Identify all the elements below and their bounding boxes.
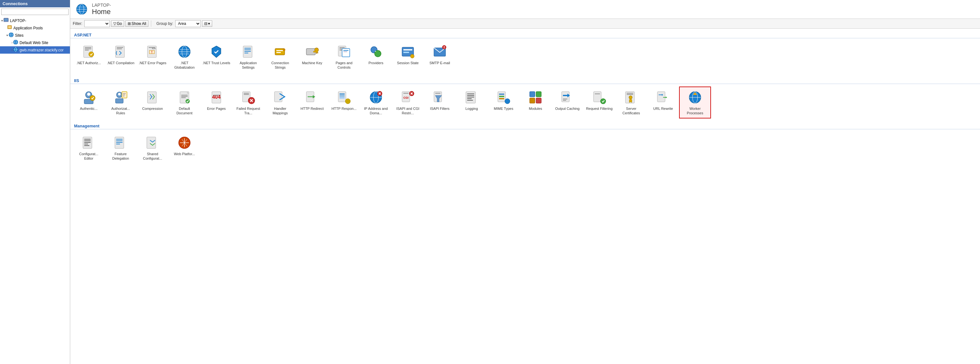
tree-item-icon	[3, 18, 9, 24]
feature-item-output-caching[interactable]: Output Caching	[551, 86, 583, 119]
feature-item-mime-types[interactable]: MIME Types	[488, 86, 520, 119]
show-all-button[interactable]: ⊞ Show All	[126, 21, 148, 27]
feature-label-default-document: Default Document	[170, 106, 199, 116]
feature-item-net-error-pages[interactable]: !404.NET Error Pages	[137, 41, 169, 73]
feature-item-default-document[interactable]: Default Document	[169, 86, 200, 119]
view-toggle-button[interactable]: ⊟ ▾	[202, 21, 212, 27]
feature-item-url-rewrite[interactable]: URL Rewrite	[647, 86, 679, 119]
tree-item-icon	[9, 32, 14, 38]
feature-item-authentication[interactable]: Authentic...	[73, 86, 105, 119]
feature-item-providers[interactable]: Providers	[360, 41, 392, 73]
pages-controls-icon	[336, 44, 352, 59]
ip-domain-icon	[368, 90, 383, 105]
svg-rect-148	[116, 139, 123, 139]
feature-item-web-platform[interactable]: Web Platfor...	[169, 132, 200, 164]
feature-item-net-authorization[interactable]: .NET Authoriz...	[73, 41, 105, 73]
feature-item-feature-delegation[interactable]: Feature Delegation	[105, 132, 137, 164]
machine-key-icon	[304, 44, 320, 59]
title-text: LAPTOP- Home	[92, 3, 111, 16]
svg-rect-1	[3, 21, 9, 22]
svg-rect-114	[467, 95, 474, 96]
svg-rect-123	[530, 92, 535, 97]
feature-item-shared-config[interactable]: Shared Configurat...	[137, 132, 169, 164]
svg-rect-149	[116, 140, 123, 141]
group-by-label: Group by:	[156, 21, 173, 26]
svg-point-62	[410, 54, 414, 58]
output-caching-icon	[560, 90, 575, 105]
svg-rect-75	[148, 92, 156, 103]
feature-item-isapi-cgi[interactable]: CGIISAPI and CGI Restri...	[392, 86, 424, 119]
group-by-select[interactable]: Area Category Name	[175, 20, 201, 27]
feature-item-net-compilation[interactable]: .NET Compilation	[105, 41, 137, 73]
toolbar: Filter: ▽ Go ⊞ Show All Group by: Area C…	[70, 19, 980, 29]
feature-item-failed-request[interactable]: Failed Request Tra...	[232, 86, 264, 119]
svg-text:CGI: CGI	[403, 96, 409, 99]
svg-rect-73	[116, 99, 123, 103]
feature-item-config-editor[interactable]: Configurat... Editor	[73, 132, 105, 164]
svg-rect-37	[245, 48, 251, 48]
feature-item-net-trust[interactable]: .NET Trust Levels	[200, 41, 232, 73]
sidebar-item-gwb-site[interactable]: ›gwb.mattrazer.stackify.cor	[0, 46, 70, 54]
svg-rect-135	[627, 94, 633, 95]
sidebar-item-app-pools[interactable]: Application Pools	[0, 24, 70, 32]
feature-label-authentication: Authentic...	[80, 106, 97, 111]
svg-rect-105	[403, 93, 409, 94]
url-rewrite-icon	[655, 90, 671, 105]
sidebar: Connections ▾LAPTOP-Application Pools▾Si…	[0, 0, 70, 364]
feature-item-isapi-filters[interactable]: ISAPI Filters	[424, 86, 456, 119]
feature-item-error-pages[interactable]: 404Error Pages	[200, 86, 232, 119]
feature-item-handler-mappings[interactable]: Handler Mappings	[264, 86, 296, 119]
feature-label-mime-types: MIME Types	[494, 106, 514, 111]
feature-label-net-trust: .NET Trust Levels	[202, 61, 230, 65]
feature-item-app-settings[interactable]: Application Settings	[232, 41, 264, 73]
feature-item-compression[interactable]: Compression	[137, 86, 169, 119]
feature-label-providers: Providers	[369, 61, 383, 65]
authz-rules-icon	[113, 90, 128, 105]
feature-item-modules[interactable]: Modules	[520, 86, 551, 119]
view-icon: ⊟	[204, 21, 207, 26]
sidebar-item-default-site[interactable]: ›Default Web Site	[0, 39, 70, 46]
svg-rect-96	[339, 97, 345, 98]
feature-item-worker-processes[interactable]: Worker Processes	[679, 86, 711, 119]
svg-rect-38	[245, 49, 251, 50]
feature-item-session-state[interactable]: Session State	[392, 41, 424, 73]
feature-item-server-certs[interactable]: Server Certificates	[615, 86, 647, 119]
svg-rect-60	[403, 49, 412, 50]
feature-item-http-redirect[interactable]: HTTP Redirect	[296, 86, 328, 119]
server-name: LAPTOP-	[92, 3, 111, 8]
handler-map-icon	[272, 90, 288, 105]
feature-item-connection-strings[interactable]: Connection Strings	[264, 41, 296, 73]
feature-label-smtp-email: SMTP E-mail	[430, 61, 450, 65]
net-compilation-icon	[113, 44, 128, 59]
feature-item-net-globalization[interactable]: .NET Globalization	[169, 41, 200, 73]
feature-label-machine-key: Machine Key	[302, 61, 322, 65]
feature-item-logging[interactable]: Logging	[456, 86, 488, 119]
svg-rect-121	[499, 98, 504, 99]
conn-strings-icon	[272, 44, 288, 59]
feature-label-config-editor: Configurat... Editor	[75, 152, 103, 161]
svg-rect-54	[342, 48, 350, 57]
feature-item-http-response[interactable]: HTTP Respon...	[328, 86, 360, 119]
feature-item-request-filtering[interactable]: Request Filtering	[583, 86, 615, 119]
providers-icon	[368, 44, 383, 59]
svg-rect-43	[276, 52, 281, 53]
expand-icon: ›	[11, 48, 13, 52]
svg-rect-39	[245, 51, 251, 52]
sidebar-item-laptop[interactable]: ▾LAPTOP-	[0, 17, 70, 24]
feature-label-http-redirect: HTTP Redirect	[301, 106, 324, 111]
filter-select[interactable]	[84, 20, 110, 27]
net-trust-icon	[209, 44, 224, 59]
feature-item-pages-controls[interactable]: Pages and Controls	[328, 41, 360, 73]
svg-point-136	[629, 96, 632, 99]
svg-rect-152	[147, 137, 156, 148]
sidebar-search-input[interactable]	[1, 9, 68, 15]
feature-label-isapi-filters: ISAPI Filters	[430, 106, 449, 111]
sidebar-item-sites[interactable]: ▾Sites	[0, 32, 70, 39]
feature-item-authorization-rules[interactable]: Authorizat... Rules	[105, 86, 137, 119]
feature-item-ip-address[interactable]: IP Address and Doma...	[360, 86, 392, 119]
default-doc-icon	[177, 90, 192, 105]
go-button[interactable]: ▽ Go	[111, 21, 124, 27]
feature-item-smtp-email[interactable]: SMTP E-mail	[424, 41, 456, 73]
config-editor-icon	[81, 135, 96, 150]
feature-item-machine-key[interactable]: Machine Key	[296, 41, 328, 73]
